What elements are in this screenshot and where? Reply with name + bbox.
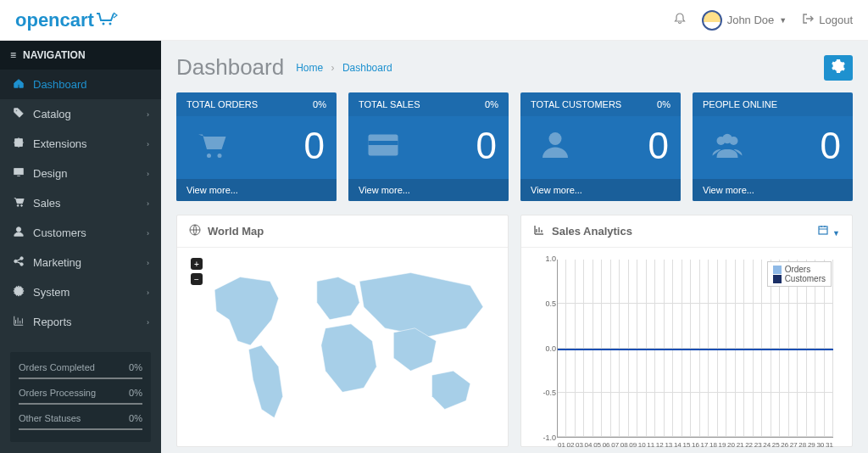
y-axis: 1.00.50.0-0.5-1.0 <box>534 254 556 442</box>
breadcrumb: Home › Dashboard <box>296 62 392 74</box>
chevron-right-icon: › <box>147 318 149 327</box>
card-icon <box>360 128 406 165</box>
sidebar-item-label: Design <box>33 167 67 180</box>
topbar: opencart John Doe ▼ Logout <box>0 0 868 41</box>
tile-view-more[interactable]: View more... <box>693 179 853 201</box>
svg-point-5 <box>20 205 22 207</box>
cart-icon <box>188 128 234 165</box>
legend-item: Orders <box>773 265 826 274</box>
cart-icon <box>12 196 25 210</box>
legend-item: Customers <box>773 274 826 283</box>
stat-tile-cart: TOTAL ORDERS0%0View more... <box>176 92 337 201</box>
svg-point-4 <box>17 205 19 207</box>
tile-title: TOTAL SALES <box>359 99 420 109</box>
svg-point-6 <box>16 227 20 232</box>
sidebar-item-marketing[interactable]: Marketing› <box>0 248 161 277</box>
menu-icon: ≡ <box>10 49 16 61</box>
sidebar-stat-row: Other Statuses0% <box>19 410 142 427</box>
sidebar-item-label: Dashboard <box>33 78 87 91</box>
analytics-chart: 1.00.50.0-0.5-1.0 OrdersCustomers 010203… <box>557 260 833 438</box>
sidebar-item-catalog[interactable]: Catalog› <box>0 99 161 129</box>
notifications-button[interactable] <box>673 12 687 28</box>
gear-icon <box>12 285 25 299</box>
x-axis: 0102030405060708091011121314151617181920… <box>558 441 833 449</box>
stat-tile-card: TOTAL SALES0%0View more... <box>348 92 509 201</box>
sidebar-item-system[interactable]: System› <box>0 277 161 307</box>
world-map[interactable]: + − <box>189 256 496 434</box>
breadcrumb-current[interactable]: Dashboard <box>342 62 392 74</box>
chevron-right-icon: › <box>147 110 149 119</box>
sidebar-item-label: Extensions <box>33 137 87 150</box>
stat-tile-group: PEOPLE ONLINE0View more... <box>693 92 853 201</box>
sidebar: ≡ NAVIGATION DashboardCatalog›Extensions… <box>0 41 161 453</box>
chevron-right-icon: › <box>147 140 149 148</box>
sidebar-item-label: System <box>33 286 70 299</box>
sidebar-item-extensions[interactable]: Extensions› <box>0 129 161 159</box>
gear-icon <box>832 59 845 76</box>
svg-rect-14 <box>369 141 398 145</box>
user-menu[interactable]: John Doe ▼ <box>702 10 787 31</box>
chart-legend: OrdersCustomers <box>767 261 832 287</box>
chevron-right-icon: › <box>147 229 149 238</box>
tag-icon <box>12 107 25 121</box>
svg-rect-3 <box>14 169 23 175</box>
sidebar-item-label: Marketing <box>33 256 81 269</box>
tile-value: 0 <box>304 125 325 167</box>
chart-icon <box>12 315 25 329</box>
tile-value: 0 <box>821 125 841 167</box>
logout-button[interactable]: Logout <box>802 13 853 27</box>
settings-button[interactable] <box>824 55 853 81</box>
svg-point-18 <box>722 133 732 143</box>
chevron-right-icon: › <box>147 199 149 208</box>
chevron-right-icon: › <box>147 288 149 297</box>
sidebar-item-sales[interactable]: Sales› <box>0 188 161 218</box>
stat-tile-user: TOTAL CUSTOMERS0%0View more... <box>520 92 681 201</box>
user-icon <box>12 226 25 240</box>
puzzle-icon <box>12 137 25 151</box>
brand-logo[interactable]: opencart <box>15 9 118 31</box>
chevron-right-icon: › <box>147 259 149 267</box>
sidebar-item-design[interactable]: Design› <box>0 159 161 188</box>
avatar <box>702 10 722 31</box>
bell-icon <box>673 12 687 28</box>
calendar-dropdown[interactable]: ▼ <box>817 224 840 238</box>
breadcrumb-sep: › <box>331 62 335 74</box>
panel-title: Sales Analytics <box>552 225 632 238</box>
svg-point-12 <box>218 154 222 158</box>
sales-analytics-panel: Sales Analytics ▼ 1.00.50.0-0.5-1.0 Orde… <box>520 215 853 447</box>
svg-point-15 <box>549 132 562 145</box>
tile-title: PEOPLE ONLINE <box>703 99 777 109</box>
tile-view-more[interactable]: View more... <box>348 179 509 201</box>
logout-icon <box>802 13 814 27</box>
sidebar-item-label: Customers <box>33 226 86 239</box>
stat-tiles: TOTAL ORDERS0%0View more...TOTAL SALES0%… <box>176 92 853 201</box>
sidebar-item-label: Reports <box>33 316 72 328</box>
page-title: Dashboard <box>176 54 284 81</box>
tv-icon <box>12 166 25 181</box>
sidebar-item-reports[interactable]: Reports› <box>0 307 161 337</box>
tile-title: TOTAL CUSTOMERS <box>531 99 621 109</box>
breadcrumb-home[interactable]: Home <box>296 62 323 74</box>
svg-point-2 <box>15 110 17 112</box>
calendar-icon <box>817 226 829 238</box>
sidebar-item-dashboard[interactable]: Dashboard <box>0 70 161 99</box>
tile-view-more[interactable]: View more... <box>176 179 337 201</box>
globe-icon <box>189 224 201 238</box>
svg-point-11 <box>207 154 211 158</box>
world-map-panel: World Map + − <box>176 215 509 447</box>
tile-value: 0 <box>476 125 497 167</box>
chevron-right-icon: › <box>147 170 149 178</box>
tile-title: TOTAL ORDERS <box>186 99 258 109</box>
sidebar-stat-row: Orders Processing0% <box>19 384 142 401</box>
content: Dashboard Home › Dashboard TOTAL ORDERS0… <box>161 41 868 453</box>
svg-point-7 <box>14 260 17 263</box>
chart-series-line <box>558 349 833 350</box>
zoom-out-button[interactable]: − <box>191 273 203 285</box>
zoom-in-button[interactable]: + <box>191 258 203 270</box>
map-svg <box>189 256 496 434</box>
chart-icon <box>533 224 545 238</box>
tile-view-more[interactable]: View more... <box>520 179 681 201</box>
group-icon <box>704 128 750 165</box>
tile-pct: 0% <box>313 99 326 109</box>
sidebar-item-customers[interactable]: Customers› <box>0 218 161 248</box>
